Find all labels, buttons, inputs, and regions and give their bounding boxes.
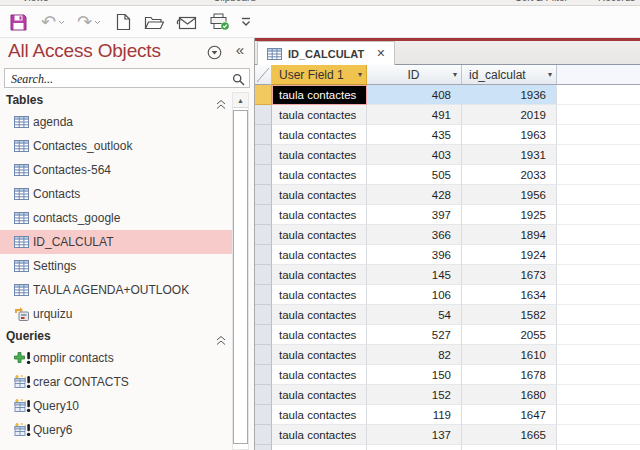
column-dropdown-icon[interactable]: ▾: [358, 70, 362, 79]
cell-user-field-1[interactable]: taula contactes: [272, 425, 367, 445]
record-selector[interactable]: [255, 205, 272, 225]
table-row[interactable]: taula contactes3661894: [255, 225, 640, 245]
nav-item-urquizu[interactable]: urquizu: [0, 302, 232, 326]
cell-id[interactable]: 366: [367, 225, 462, 245]
record-selector[interactable]: [255, 165, 272, 185]
undo-dropdown-icon[interactable]: [58, 20, 65, 25]
nav-item-contactes-564[interactable]: Contactes-564: [0, 158, 232, 182]
record-selector[interactable]: [255, 225, 272, 245]
cell-id[interactable]: 119: [367, 405, 462, 425]
undo-button[interactable]: ↶: [41, 9, 65, 35]
table-row[interactable]: taula contactes1371665: [255, 425, 640, 445]
cell-empty[interactable]: [367, 445, 462, 450]
nav-item-contactes-outlook[interactable]: Contactes_outlook: [0, 134, 232, 158]
search-input[interactable]: [5, 71, 249, 89]
cell-id[interactable]: 403: [367, 145, 462, 165]
new-record-row[interactable]: [255, 445, 640, 450]
search-icon[interactable]: [232, 72, 245, 90]
table-row[interactable]: taula contactes5272055: [255, 325, 640, 345]
table-row[interactable]: taula contactes1501678: [255, 365, 640, 385]
cell-user-field-1[interactable]: taula contactes: [272, 165, 367, 185]
cell-id[interactable]: 150: [367, 365, 462, 385]
table-row[interactable]: taula contactes4081936: [255, 85, 640, 105]
cell-user-field-1[interactable]: taula contactes: [272, 325, 367, 345]
cell-id-calculat[interactable]: 1582: [462, 305, 557, 325]
table-row[interactable]: taula contactes4281956: [255, 185, 640, 205]
cell-user-field-1[interactable]: taula contactes: [272, 145, 367, 165]
cell-user-field-1[interactable]: taula contactes: [272, 105, 367, 125]
record-selector[interactable]: [255, 85, 272, 105]
scroll-up-icon[interactable]: ▲: [233, 93, 248, 108]
column-header-user-field-1[interactable]: User Field 1▾: [272, 65, 367, 85]
record-selector[interactable]: [255, 345, 272, 365]
cell-id[interactable]: 145: [367, 265, 462, 285]
nav-group-header-tables[interactable]: Tables: [0, 90, 254, 110]
cell-user-field-1[interactable]: taula contactes: [272, 85, 367, 105]
column-dropdown-icon[interactable]: ▾: [548, 70, 552, 79]
cell-id-calculat[interactable]: 1924: [462, 245, 557, 265]
table-row[interactable]: taula contactes3961924: [255, 245, 640, 265]
nav-item-taula-agenda-outlook[interactable]: TAULA AGENDA+OUTLOOK: [0, 278, 232, 302]
cell-user-field-1[interactable]: taula contactes: [272, 265, 367, 285]
quick-print-button[interactable]: [208, 9, 231, 35]
cell-id[interactable]: 152: [367, 385, 462, 405]
record-selector[interactable]: [255, 445, 272, 450]
nav-pane-menu-button[interactable]: [207, 45, 222, 64]
open-button[interactable]: [143, 9, 165, 35]
cell-user-field-1[interactable]: taula contactes: [272, 345, 367, 365]
cell-user-field-1[interactable]: taula contactes: [272, 185, 367, 205]
nav-item-query6[interactable]: Query6: [0, 418, 232, 442]
table-row[interactable]: taula contactes4351963: [255, 125, 640, 145]
record-selector[interactable]: [255, 125, 272, 145]
tab-id-calculat[interactable]: ID_CALCULAT ✕: [257, 41, 395, 65]
record-selector[interactable]: [255, 365, 272, 385]
redo-button[interactable]: ↷: [77, 9, 101, 35]
cell-user-field-1[interactable]: taula contactes: [272, 285, 367, 305]
record-selector[interactable]: [255, 145, 272, 165]
nav-item-agenda[interactable]: agenda: [0, 110, 232, 134]
record-selector[interactable]: [255, 405, 272, 425]
cell-id-calculat[interactable]: 2055: [462, 325, 557, 345]
cell-user-field-1[interactable]: taula contactes: [272, 405, 367, 425]
save-button[interactable]: [7, 9, 29, 35]
cell-id-calculat[interactable]: 2019: [462, 105, 557, 125]
column-header-id[interactable]: ID▾: [367, 65, 462, 85]
cell-id-calculat[interactable]: 1680: [462, 385, 557, 405]
record-selector[interactable]: [255, 425, 272, 445]
cell-id-calculat[interactable]: 1894: [462, 225, 557, 245]
nav-item-crear-contacts[interactable]: crear CONTACTS: [0, 370, 232, 394]
cell-user-field-1[interactable]: taula contactes: [272, 245, 367, 265]
cell-id-calculat[interactable]: 1673: [462, 265, 557, 285]
cell-id[interactable]: 491: [367, 105, 462, 125]
cell-id-calculat[interactable]: 1634: [462, 285, 557, 305]
record-selector[interactable]: [255, 265, 272, 285]
nav-item-contacts-google[interactable]: contacts_google: [0, 206, 232, 230]
nav-item-omplir-contacts[interactable]: omplir contacts: [0, 346, 232, 370]
collapse-group-icon[interactable]: [216, 95, 226, 113]
cell-id[interactable]: 54: [367, 305, 462, 325]
cell-user-field-1[interactable]: taula contactes: [272, 225, 367, 245]
column-dropdown-icon[interactable]: ▾: [453, 70, 457, 79]
email-button[interactable]: [175, 9, 198, 35]
record-selector[interactable]: [255, 385, 272, 405]
cell-user-field-1[interactable]: taula contactes: [272, 305, 367, 325]
cell-id[interactable]: 428: [367, 185, 462, 205]
nav-item-id-calculat[interactable]: ID_CALCULAT: [0, 230, 232, 254]
record-selector[interactable]: [255, 285, 272, 305]
cell-id[interactable]: 137: [367, 425, 462, 445]
cell-id[interactable]: 408: [367, 85, 462, 105]
nav-item-contacts[interactable]: Contacts: [0, 182, 232, 206]
record-selector[interactable]: [255, 305, 272, 325]
cell-id[interactable]: 527: [367, 325, 462, 345]
record-selector[interactable]: [255, 185, 272, 205]
cell-id-calculat[interactable]: 1647: [462, 405, 557, 425]
scrollbar-thumb[interactable]: [233, 110, 248, 444]
cell-id-calculat[interactable]: 1931: [462, 145, 557, 165]
cell-id[interactable]: 106: [367, 285, 462, 305]
cell-id-calculat[interactable]: 1925: [462, 205, 557, 225]
select-all-corner[interactable]: [255, 65, 272, 85]
shutter-bar-close-button[interactable]: «: [236, 41, 244, 58]
cell-id-calculat[interactable]: 1678: [462, 365, 557, 385]
record-selector[interactable]: [255, 105, 272, 125]
table-row[interactable]: taula contactes4912019: [255, 105, 640, 125]
